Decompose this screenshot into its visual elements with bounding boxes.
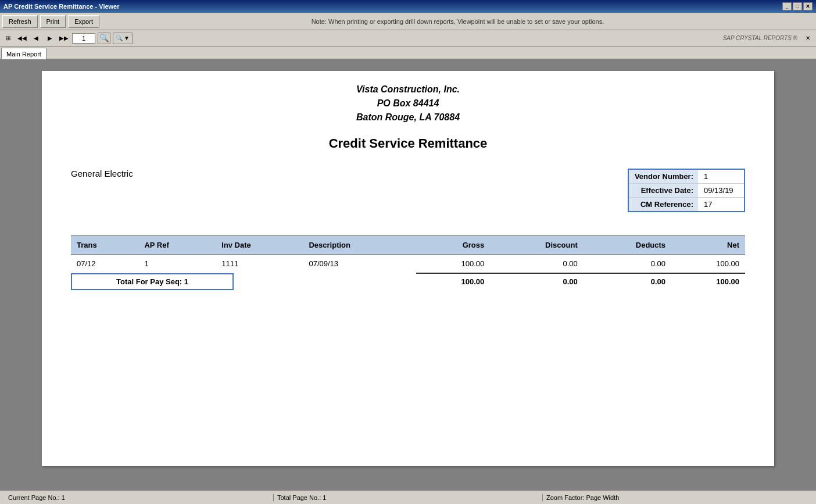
main-report-tab[interactable]: Main Report — [1, 48, 46, 59]
total-label: Total For Pay Seq: 1 — [116, 277, 188, 286]
data-table: Trans AP Ref Inv Date Description Gross … — [71, 235, 745, 291]
sap-crystal-label: SAP CRYSTAL REPORTS ® — [723, 35, 797, 41]
table-header-row: Trans AP Ref Inv Date Description Gross … — [71, 236, 745, 255]
col-apref: AP Ref — [138, 236, 216, 255]
report-page: Vista Construction, Inc. PO Box 84414 Ba… — [42, 71, 774, 466]
total-gross: 100.00 — [416, 273, 490, 291]
company-name: Vista Construction, Inc. — [71, 83, 745, 96]
cm-reference-value: 17 — [698, 198, 745, 212]
notice-text: Note: When printing or exporting drill d… — [102, 18, 814, 25]
toolbar: Refresh Print Export Note: When printing… — [0, 13, 816, 30]
col-invdate: Inv Date — [216, 236, 303, 255]
vendor-number-row: Vendor Number: 1 — [628, 169, 745, 184]
col-trans: Trans — [71, 236, 138, 255]
vendor-number-label: Vendor Number: — [628, 169, 698, 184]
close-button[interactable]: ✕ — [803, 2, 813, 10]
status-bar: Current Page No.: 1 Total Page No.: 1 Zo… — [0, 490, 816, 504]
cm-reference-row: CM Reference: 17 — [628, 198, 745, 212]
effective-date-label: Effective Date: — [628, 184, 698, 198]
company-address1: PO Box 84414 — [71, 96, 745, 110]
title-bar-text: AP Credit Service Remittance - Viewer — [3, 3, 120, 10]
col-discount: Discount — [490, 236, 584, 255]
col-deducts: Deducts — [584, 236, 671, 255]
row-trans: 07/12 — [71, 255, 138, 274]
row-net: 100.00 — [671, 255, 745, 274]
nav-bar: ⊞ ◀◀ ◀ ▶ ▶▶ 🔍 🔍 ▼ SAP CRYSTAL REPORTS ® … — [0, 30, 816, 47]
total-page-status: Total Page No.: 1 — [274, 494, 543, 501]
close-report-button[interactable]: ✕ — [802, 33, 814, 44]
report-title: Credit Service Remittance — [71, 136, 745, 151]
minimize-button[interactable]: _ — [782, 2, 792, 10]
company-header: Vista Construction, Inc. PO Box 84414 Ba… — [71, 83, 745, 124]
company-address2: Baton Rouge, LA 70884 — [71, 110, 745, 124]
row-invdate: 07/09/13 — [303, 255, 416, 274]
effective-date-row: Effective Date: 09/13/19 — [628, 184, 745, 198]
vendor-name: General Electric — [71, 169, 133, 178]
title-bar: AP Credit Service Remittance - Viewer _ … — [0, 0, 816, 13]
vendor-number-value: 1 — [698, 169, 745, 184]
nav-prev-button[interactable]: ◀ — [30, 33, 42, 44]
effective-date-value: 09/13/19 — [698, 184, 745, 198]
total-row: Total For Pay Seq: 1 100.00 0.00 0.00 10… — [71, 273, 745, 291]
vendor-info-table: Vendor Number: 1 Effective Date: 09/13/1… — [628, 169, 745, 212]
zoom-button[interactable]: 🔍 ▼ — [113, 33, 133, 44]
table-row: 07/12 1 1111 07/09/13 100.00 0.00 0.00 1… — [71, 255, 745, 274]
nav-prev-prev-button[interactable]: ◀◀ — [16, 33, 28, 44]
title-bar-controls: _ □ ✕ — [782, 2, 813, 10]
col-description: Description — [303, 236, 416, 255]
total-discount: 0.00 — [490, 273, 584, 291]
vendor-section: General Electric Vendor Number: 1 Effect… — [71, 169, 745, 212]
zoom-factor-status: Zoom Factor: Page Width — [543, 494, 811, 501]
row-gross: 100.00 — [416, 255, 490, 274]
refresh-button[interactable]: Refresh — [2, 15, 38, 28]
row-deducts: 0.00 — [584, 255, 671, 274]
row-apref2: 1111 — [216, 255, 303, 274]
col-gross: Gross — [416, 236, 490, 255]
total-net: 100.00 — [671, 273, 745, 291]
nav-last-button[interactable]: ▶▶ — [58, 33, 70, 44]
export-button[interactable]: Export — [68, 15, 99, 28]
zoom-icon: 🔍 — [116, 35, 123, 41]
current-page-status: Current Page No.: 1 — [5, 494, 274, 501]
page-number-input[interactable] — [72, 33, 95, 44]
tab-bar: Main Report — [0, 47, 816, 59]
row-discount: 0.00 — [490, 255, 584, 274]
total-deducts: 0.00 — [584, 273, 671, 291]
col-net: Net — [671, 236, 745, 255]
nav-home-button[interactable]: ⊞ — [2, 33, 14, 44]
zoom-dropdown-icon: ▼ — [124, 35, 130, 41]
maximize-button[interactable]: □ — [793, 2, 802, 10]
print-button[interactable]: Print — [40, 15, 66, 28]
nav-next-button[interactable]: ▶ — [44, 33, 56, 44]
search-button[interactable]: 🔍 — [98, 33, 110, 44]
report-area[interactable]: Vista Construction, Inc. PO Box 84414 Ba… — [0, 59, 816, 490]
row-apref1: 1 — [138, 255, 216, 274]
cm-reference-label: CM Reference: — [628, 198, 698, 212]
